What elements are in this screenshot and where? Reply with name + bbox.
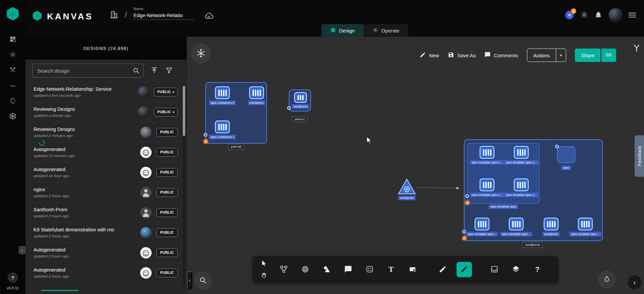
spec-node[interactable] (557, 146, 575, 163)
pod-node[interactable]: spec.containers.0 (206, 86, 238, 105)
design-list-item[interactable]: Autogeneratedupdated 2 hours ago ☺ PUBLI… (25, 263, 186, 283)
kubernetes-pod-icon (514, 178, 529, 191)
help-button[interactable]: ? (8, 273, 18, 283)
draw-tool-button[interactable] (457, 262, 472, 277)
designs-scrollbar[interactable] (183, 84, 185, 285)
visibility-badge[interactable]: PUBLIC (156, 188, 178, 197)
visibility-dropdown[interactable]: PUBLIC▾ (154, 108, 178, 117)
extensions-nav-button[interactable] (6, 95, 19, 107)
user-avatar[interactable] (608, 8, 623, 22)
design-list-item[interactable]: K8 Statefulset demonstration with moupda… (25, 223, 186, 243)
kanvas-logo-icon[interactable] (5, 6, 20, 21)
pod-node[interactable]: spec.template.spec.s... (471, 146, 503, 165)
rail-expand-button[interactable]: › (19, 246, 25, 254)
pod-node[interactable]: spec.template.spec... (500, 218, 532, 236)
settings-button[interactable] (580, 11, 588, 20)
visibility-badge[interactable]: PUBLIC (156, 208, 178, 217)
group-label: pod-icc (292, 117, 308, 122)
canvas-left-collapse-button[interactable]: ‹ (187, 271, 192, 289)
copy-link-button[interactable] (601, 49, 616, 62)
comments-button[interactable]: Comments (484, 52, 518, 59)
design-name-input[interactable] (133, 11, 194, 20)
mouse-cursor (365, 136, 373, 146)
design-updated: updated 2 hours ago (34, 214, 137, 218)
design-list-item[interactable]: Reviewing Designsupdated a minute ago PU… (25, 102, 186, 122)
kubernetes-tool-button[interactable] (298, 262, 313, 277)
new-design-button[interactable]: New (420, 52, 439, 59)
share-button[interactable]: Share (575, 49, 600, 62)
shapes-tool-button[interactable] (319, 262, 334, 277)
filter-designs-button[interactable] (165, 66, 173, 75)
locate-button[interactable] (598, 271, 615, 288)
node-group-pod-sid[interactable]: spec.containers.0 wordpress spec.contain… (205, 82, 267, 144)
layers-tool-button[interactable] (508, 262, 524, 277)
node-group-pod-icc[interactable]: wordpress (289, 89, 311, 112)
design-list-item[interactable]: Autogeneratedupdated an hour ago ☺ PUBLI… (25, 162, 186, 182)
select-tool-button[interactable] (258, 258, 270, 269)
tab-operate[interactable]: Operate (364, 24, 408, 37)
import-design-button[interactable] (150, 66, 158, 75)
helm-wheel-icon (301, 265, 309, 274)
import-tool-button[interactable] (487, 262, 502, 277)
actions-caret-button[interactable]: ▾ (556, 49, 566, 62)
text-tool-icon: T (388, 265, 393, 274)
container-tool-button[interactable] (405, 262, 420, 277)
lifecycle-nav-button[interactable] (6, 49, 19, 61)
pod-node[interactable]: spec.template.spec.s... (471, 178, 503, 197)
dashboard-nav-button[interactable] (6, 33, 19, 46)
comment-tool-button[interactable] (340, 262, 356, 277)
pod-node[interactable]: wordpress (535, 218, 567, 236)
design-list-item[interactable]: Autogeneratedupdated 2 hours ago ☺ PUBLI… (25, 243, 186, 263)
canvas-right-collapse-button[interactable]: ‹ (627, 275, 642, 290)
y-icon (632, 49, 642, 54)
design-list-item[interactable]: Santhosh-Promupdated 2 hours ago PUBLIC (25, 203, 186, 223)
pod-node[interactable]: wordpress (240, 86, 273, 105)
shapes-panel-toggle[interactable] (630, 42, 643, 55)
search-input[interactable] (32, 64, 144, 78)
visibility-badge[interactable]: PUBLIC (156, 168, 178, 177)
performance-nav-button[interactable] (6, 80, 19, 92)
brand[interactable]: KANVAS (32, 10, 93, 23)
alerts-button[interactable] (594, 11, 602, 20)
pod-node[interactable]: spec.template.spec.s... (505, 178, 537, 197)
visibility-badge[interactable]: PUBLIC (156, 228, 178, 237)
tab-design[interactable]: Design (321, 24, 364, 37)
pod-node[interactable]: spec.template.spec... (569, 218, 601, 236)
visibility-badge[interactable]: PUBLIC (156, 148, 178, 157)
configuration-nav-button[interactable] (6, 64, 19, 76)
designs-list: Edge-Network-Relationship: Serviceupdate… (25, 82, 186, 283)
visibility-badge[interactable]: PUBLIC (156, 248, 178, 257)
node-group-template-spec[interactable]: spec.template.spec.s... spec.template.sp… (467, 143, 540, 204)
menu-button[interactable] (629, 13, 636, 17)
pan-tool-button[interactable] (258, 270, 270, 281)
design-canvas[interactable]: New Save As Comments Actions ▾ Share spe… (187, 37, 644, 294)
visibility-badge[interactable]: PUBLIC (156, 128, 178, 137)
pod-node[interactable]: spec.template.spec.s... (505, 146, 537, 165)
relationship-tool-button[interactable] (276, 262, 291, 277)
kanvas-nav-button[interactable] (6, 111, 19, 123)
design-list-item[interactable]: Reviewing Designsupdated 2 minutes ago P… (25, 122, 186, 142)
feedback-tab[interactable]: Feedback (635, 135, 644, 177)
scrollbar-thumb[interactable] (183, 86, 185, 136)
notifications-center-button[interactable]: 1 (565, 10, 574, 20)
wordpress-triangle-node[interactable] (397, 178, 416, 196)
pod-node[interactable]: spec.containers.1 (206, 121, 238, 139)
group-label-wrap: pod-sid (218, 144, 255, 150)
components-tool-button[interactable] (362, 262, 377, 277)
text-tool-button[interactable]: T (383, 262, 399, 277)
save-as-button[interactable]: Save As (448, 52, 476, 59)
node-group-deployment[interactable]: spec.template.spec.s... spec.template.sp… (464, 139, 603, 241)
kubernetes-pod-icon (578, 218, 593, 230)
pod-node[interactable]: spec.template.spec... (466, 218, 498, 236)
design-list-item[interactable]: Autogeneratedupdated 10 minutes ago ☺ PU… (25, 142, 186, 162)
visibility-badge[interactable]: PUBLIC (156, 269, 178, 277)
organization-button[interactable] (109, 10, 119, 20)
design-list-item[interactable]: nginxupdated 2 hours ago PUBLIC (25, 182, 186, 203)
visibility-dropdown[interactable]: PUBLIC▾ (154, 88, 178, 96)
actions-button[interactable]: Actions (527, 49, 556, 62)
design-list-item[interactable]: Edge-Network-Relationship: Serviceupdate… (25, 82, 186, 102)
pencil-tool-button[interactable] (435, 262, 450, 277)
zoom-button[interactable] (194, 272, 212, 289)
cluster-snowflake-button[interactable] (191, 44, 211, 63)
help-tool-button[interactable]: ? (530, 262, 545, 277)
